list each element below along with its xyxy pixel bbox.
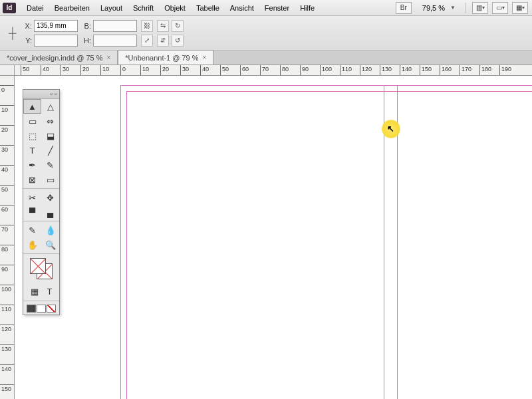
menu-tabelle[interactable]: Tabelle bbox=[191, 2, 225, 14]
scale-icon[interactable]: ⤢ bbox=[141, 35, 153, 47]
type-tool[interactable]: T bbox=[23, 143, 41, 158]
divider bbox=[465, 3, 466, 13]
vertical-ruler[interactable]: 0102030405060708090100110120130140150 bbox=[0, 76, 15, 399]
menu-bar: Id DateiBearbeitenLayoutSchriftObjektTab… bbox=[0, 0, 532, 16]
content-placer-tool[interactable]: ⬓ bbox=[41, 128, 59, 143]
selection-tool[interactable]: ▲ bbox=[23, 99, 41, 114]
gradient-feather-tool[interactable]: ▄ bbox=[41, 205, 59, 219]
zoom-tool[interactable]: 🔍 bbox=[41, 237, 59, 252]
tools-panel[interactable]: «× ▲△▭⇔⬚⬓T╱✒✎⊠▭✂✥▀▄✎💧✋🔍▦T bbox=[23, 89, 60, 315]
menu-ansicht[interactable]: Ansicht bbox=[225, 2, 259, 14]
canvas[interactable] bbox=[15, 76, 532, 399]
document-tab-label: *Unbenannt-1 @ 79 % bbox=[125, 54, 198, 62]
y-field[interactable] bbox=[34, 35, 78, 47]
menu-datei[interactable]: Datei bbox=[21, 2, 49, 14]
free-transform-tool[interactable]: ✥ bbox=[41, 190, 59, 205]
ruler-origin[interactable] bbox=[0, 65, 15, 76]
menu-bearbeiten[interactable]: Bearbeiten bbox=[49, 2, 95, 14]
chevron-down-icon: ▼ bbox=[450, 5, 456, 11]
menu-objekt[interactable]: Objekt bbox=[159, 2, 191, 14]
rotate-cw-icon[interactable]: ↻ bbox=[172, 20, 184, 32]
cursor-highlight bbox=[382, 120, 400, 138]
margin-frame-inner bbox=[126, 91, 532, 399]
zoom-value: 79,5 % bbox=[418, 3, 449, 13]
note-tool[interactable]: ✎ bbox=[23, 223, 41, 237]
fill-swatch[interactable] bbox=[30, 258, 46, 274]
document-tab-bar: *cover_indesign.indd @ 75 %×*Unbenannt-1… bbox=[0, 51, 532, 65]
scissors-tool[interactable]: ✂ bbox=[23, 190, 41, 205]
menu-schrift[interactable]: Schrift bbox=[128, 2, 159, 14]
y-label: Y: bbox=[23, 37, 32, 45]
direct-selection-tool[interactable]: △ bbox=[41, 99, 59, 114]
content-collector-tool[interactable]: ⬚ bbox=[23, 128, 41, 143]
x-field[interactable]: 135,9 mm bbox=[34, 20, 78, 32]
close-icon[interactable]: × bbox=[54, 91, 57, 97]
fill-gradient-button[interactable] bbox=[37, 305, 46, 313]
rotate-ccw-icon[interactable]: ↺ bbox=[172, 35, 184, 47]
fill-none-button[interactable] bbox=[47, 305, 56, 313]
page-tool[interactable]: ▭ bbox=[23, 114, 41, 128]
collapse-icon[interactable]: « bbox=[50, 91, 53, 97]
menu-layout[interactable]: Layout bbox=[95, 2, 128, 14]
zoom-dropdown[interactable]: 79,5 % ▼ bbox=[418, 3, 456, 13]
page bbox=[120, 85, 532, 399]
rectangle-tool[interactable]: ▭ bbox=[41, 172, 59, 187]
fill-stroke-swatch[interactable] bbox=[23, 255, 59, 283]
menu-hilfe[interactable]: Hilfe bbox=[295, 2, 320, 14]
screen-mode-button[interactable]: ▭▾ bbox=[492, 2, 508, 14]
gap-tool[interactable]: ⇔ bbox=[41, 114, 59, 128]
line-tool[interactable]: ╱ bbox=[41, 143, 59, 158]
document-tab[interactable]: *Unbenannt-1 @ 79 %× bbox=[118, 50, 213, 65]
control-bar: ┼ X: 135,9 mm Y: B: H: ⛓ ⤢ ⇋ ↻ ⇵ ↺ bbox=[0, 16, 532, 51]
preview-mode-button[interactable]: T bbox=[47, 285, 53, 297]
constrain-icon[interactable]: ⛓ bbox=[141, 20, 153, 32]
gradient-swatch-tool[interactable]: ▀ bbox=[23, 205, 41, 219]
tools-panel-header[interactable]: «× bbox=[23, 90, 59, 99]
close-icon[interactable]: × bbox=[203, 54, 207, 61]
document-tab-label: *cover_indesign.indd @ 75 % bbox=[7, 54, 102, 62]
app-icon: Id bbox=[3, 3, 16, 13]
pencil-tool[interactable]: ✎ bbox=[41, 158, 59, 172]
view-options-button[interactable]: ▥▾ bbox=[472, 2, 488, 14]
h-label: H: bbox=[82, 37, 91, 45]
arrange-button[interactable]: ▦▾ bbox=[512, 2, 528, 14]
w-field[interactable] bbox=[93, 20, 137, 32]
fill-solid-button[interactable] bbox=[27, 305, 36, 313]
bridge-button[interactable]: Br bbox=[396, 2, 412, 14]
x-label: X: bbox=[23, 22, 32, 30]
menu-fenster[interactable]: Fenster bbox=[259, 2, 295, 14]
w-label: B: bbox=[82, 22, 91, 30]
reference-point-icon[interactable]: ┼ bbox=[7, 21, 19, 45]
flip-h-icon[interactable]: ⇋ bbox=[157, 20, 169, 32]
hand-tool[interactable]: ✋ bbox=[23, 237, 41, 252]
flip-v-icon[interactable]: ⇵ bbox=[157, 35, 169, 47]
rectangle-frame-tool[interactable]: ⊠ bbox=[23, 172, 41, 187]
pen-tool[interactable]: ✒ bbox=[23, 158, 41, 172]
horizontal-ruler[interactable]: 5040302010010203040506070809010011012013… bbox=[15, 65, 532, 76]
close-icon[interactable]: × bbox=[106, 54, 110, 61]
normal-mode-button[interactable]: ▦ bbox=[30, 285, 39, 297]
document-tab[interactable]: *cover_indesign.indd @ 75 %× bbox=[0, 51, 118, 65]
h-field[interactable] bbox=[93, 35, 137, 47]
eyedropper-tool[interactable]: 💧 bbox=[41, 223, 59, 237]
